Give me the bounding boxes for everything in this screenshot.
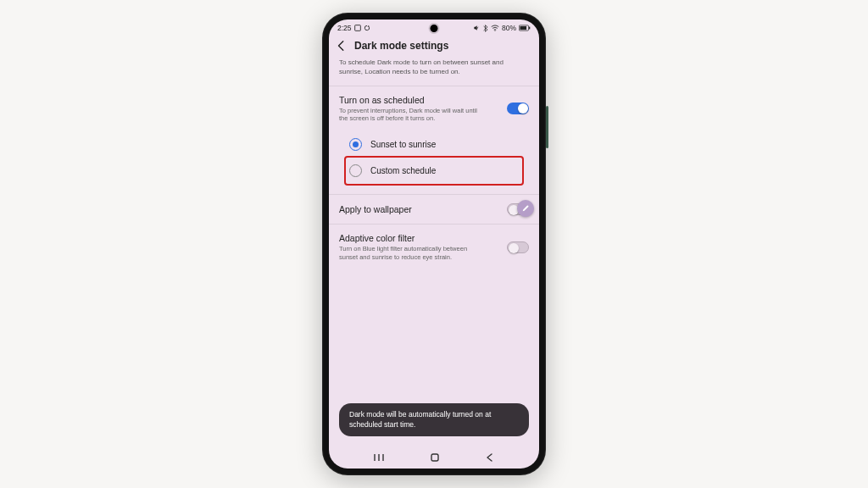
section-scheduled: Turn on as scheduled To prevent interrup…: [329, 86, 539, 195]
navigation-bar: [329, 446, 539, 469]
battery-percentage: 80%: [502, 24, 516, 32]
scheduled-subtitle: To prevent interruptions, Dark mode will…: [339, 107, 483, 124]
adaptive-title: Adaptive color filter: [339, 233, 483, 243]
pencil-icon: [521, 204, 530, 213]
svg-point-1: [494, 30, 495, 31]
radio-icon-unselected: [349, 164, 362, 177]
volume-icon: [473, 25, 480, 31]
radio-label: Sunset to sunrise: [370, 140, 436, 149]
location-hint-text: To schedule Dark mode to turn on between…: [329, 57, 539, 86]
bluetooth-icon: [482, 25, 488, 32]
nav-recents[interactable]: [373, 452, 385, 463]
content-area: Dark mode will be automatically turned o…: [329, 270, 539, 446]
radio-label: Custom schedule: [370, 166, 436, 175]
radio-custom-schedule[interactable]: Custom schedule: [346, 158, 522, 184]
page-header: Dark mode settings: [329, 36, 539, 57]
wallpaper-title: Apply to wallpaper: [339, 204, 412, 214]
nav-home[interactable]: [429, 452, 441, 463]
radio-sunset-to-sunrise[interactable]: Sunset to sunrise: [346, 131, 522, 158]
status-time: 2:25: [337, 24, 352, 32]
scheduled-toggle[interactable]: [507, 103, 529, 114]
refresh-icon: [364, 25, 370, 31]
svg-rect-3: [520, 26, 526, 30]
nav-back[interactable]: [485, 452, 495, 463]
section-apply-to-wallpaper[interactable]: Apply to wallpaper: [329, 195, 539, 225]
svg-rect-0: [354, 25, 360, 31]
svg-rect-4: [529, 27, 530, 30]
phone-screen: 2:25 80% Dark mode settings To schedu: [329, 19, 539, 469]
toast-message: Dark mode will be automatically turned o…: [339, 403, 529, 436]
phone-frame: 2:25 80% Dark mode settings To schedu: [322, 13, 546, 475]
back-icon[interactable]: [336, 40, 348, 52]
scheduled-title: Turn on as scheduled: [339, 95, 483, 105]
recent-apps-icon: [354, 25, 361, 31]
battery-icon: [519, 25, 531, 31]
svg-rect-8: [431, 454, 438, 461]
wifi-icon: [491, 25, 499, 31]
front-camera-hole: [431, 25, 438, 32]
edit-pencil-badge[interactable]: [517, 200, 534, 217]
adaptive-subtitle: Turn on Blue light filter automatically …: [339, 245, 483, 262]
section-adaptive-color-filter[interactable]: Adaptive color filter Turn on Blue light…: [329, 225, 539, 270]
radio-icon-selected: [349, 138, 362, 151]
page-title: Dark mode settings: [354, 40, 448, 52]
adaptive-toggle[interactable]: [507, 241, 529, 253]
